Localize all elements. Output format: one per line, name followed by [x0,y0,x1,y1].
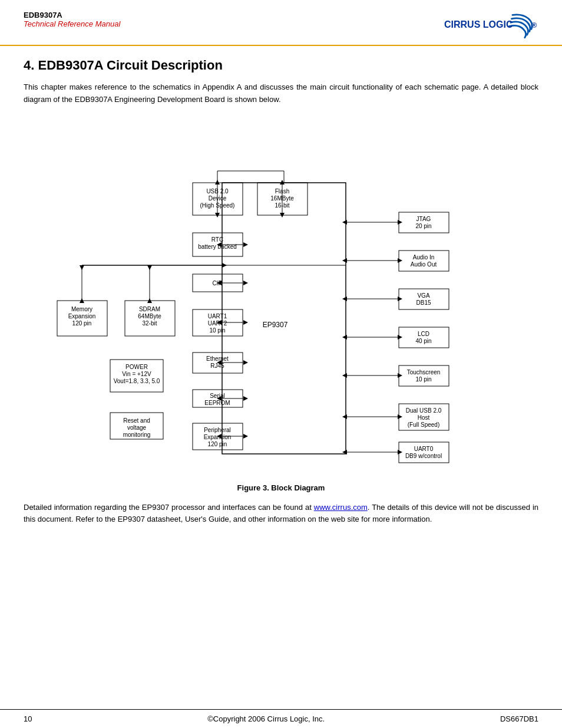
svg-text:EP9307: EP9307 [263,321,288,329]
figure-caption: Figure 3. Block Diagram [24,483,538,492]
main-content: 4. EDB9307A Circuit Description This cha… [0,46,562,709]
svg-rect-2 [222,183,346,454]
svg-marker-115 [342,373,347,378]
svg-text:40 pin: 40 pin [415,338,431,344]
svg-marker-111 [398,335,402,340]
svg-marker-109 [342,297,347,301]
page: EDB9307A Technical Reference Manual CIRR… [0,0,562,728]
svg-text:RTC: RTC [211,236,223,243]
outro-text: Detailed information regarding the EP930… [24,502,538,526]
svg-text:DB9 w/control: DB9 w/control [405,453,442,459]
svg-marker-72 [80,265,84,270]
svg-marker-114 [398,373,402,378]
svg-text:Peripheral: Peripheral [204,427,231,433]
copyright: ©Copyright 2006 Cirrus Logic, Inc. [207,714,325,723]
svg-marker-75 [147,265,152,270]
svg-text:Dual USB 2.0: Dual USB 2.0 [406,407,442,414]
svg-text:32-bit: 32-bit [142,320,157,327]
svg-marker-117 [398,414,402,419]
model-name: EDB9307A [24,11,120,19]
svg-text:(Full Speed): (Full Speed) [408,421,439,428]
svg-marker-112 [342,335,347,340]
svg-marker-85 [243,242,248,247]
svg-text:POWER: POWER [125,364,148,370]
svg-text:VGA: VGA [417,292,429,299]
svg-text:Reset and: Reset and [123,417,150,424]
footer: 10 ©Copyright 2006 Cirrus Logic, Inc. DS… [0,709,562,728]
svg-marker-108 [398,297,402,301]
svg-marker-91 [243,320,248,325]
block-diagram: EP9307 Memory Expansion 120 pin SDRAM 64… [39,124,523,477]
svg-text:10 pin: 10 pin [209,327,225,334]
svg-text:64MByte: 64MByte [138,313,161,319]
svg-text:voltage: voltage [127,424,147,431]
svg-text:Vout=1.8, 3.3, 5.0: Vout=1.8, 3.3, 5.0 [114,378,160,384]
chapter-title: 4. EDB9307A Circuit Description [24,58,538,73]
doc-number: DS667DB1 [500,714,538,723]
svg-text:Memory: Memory [71,306,92,312]
cirrus-link[interactable]: www.cirrus.com [314,503,368,512]
svg-marker-120 [398,450,402,454]
cirrus-logic-logo: CIRRUS LOGIC ® [444,11,538,40]
svg-text:CIRRUS LOGIC: CIRRUS LOGIC [444,19,513,29]
manual-title: Technical Reference Manual [24,19,120,28]
intro-text: This chapter makes reference to the sche… [24,81,538,106]
header-left: EDB9307A Technical Reference Manual [24,11,120,28]
svg-marker-97 [243,396,248,401]
svg-text:UART2: UART2 [208,320,227,327]
svg-text:120 pin: 120 pin [208,441,227,447]
header: EDB9307A Technical Reference Manual CIRR… [0,0,562,46]
svg-text:RJ45: RJ45 [210,363,224,369]
svg-text:120 pin: 120 pin [72,320,92,327]
svg-text:10 pin: 10 pin [415,376,431,383]
diagram-container: EP9307 Memory Expansion 120 pin SDRAM 64… [24,124,538,477]
page-number: 10 [24,714,32,723]
svg-marker-102 [398,220,402,225]
svg-marker-103 [342,220,347,225]
svg-marker-100 [243,434,248,439]
svg-text:20 pin: 20 pin [415,223,431,229]
svg-marker-118 [342,414,347,419]
svg-text:Expansion: Expansion [204,434,232,440]
svg-text:LCD: LCD [418,331,429,337]
outro-text-1: Detailed information regarding the EP930… [24,503,314,512]
svg-text:EEPROM: EEPROM [204,400,230,406]
svg-text:Audio Out: Audio Out [411,261,437,268]
svg-text:Host: Host [418,414,430,421]
svg-text:Ethernet: Ethernet [206,355,229,362]
svg-text:Audio In: Audio In [413,254,435,261]
svg-text:®: ® [531,21,537,29]
svg-marker-106 [342,258,347,263]
svg-text:JTAG: JTAG [416,216,431,222]
svg-marker-88 [243,281,248,285]
svg-text:UART1: UART1 [208,313,227,319]
svg-text:Serial: Serial [210,393,225,399]
svg-text:UART0: UART0 [414,446,434,452]
svg-text:SDRAM: SDRAM [139,306,160,312]
logo-area: CIRRUS LOGIC ® [444,11,538,40]
svg-text:Touchscreen: Touchscreen [407,369,441,375]
svg-text:Expansion: Expansion [68,313,96,319]
svg-text:monitoring: monitoring [123,431,151,438]
svg-marker-105 [398,258,402,263]
svg-marker-94 [243,360,248,365]
svg-text:Vin = +12V: Vin = +12V [122,371,151,377]
svg-text:DB15: DB15 [416,299,431,306]
